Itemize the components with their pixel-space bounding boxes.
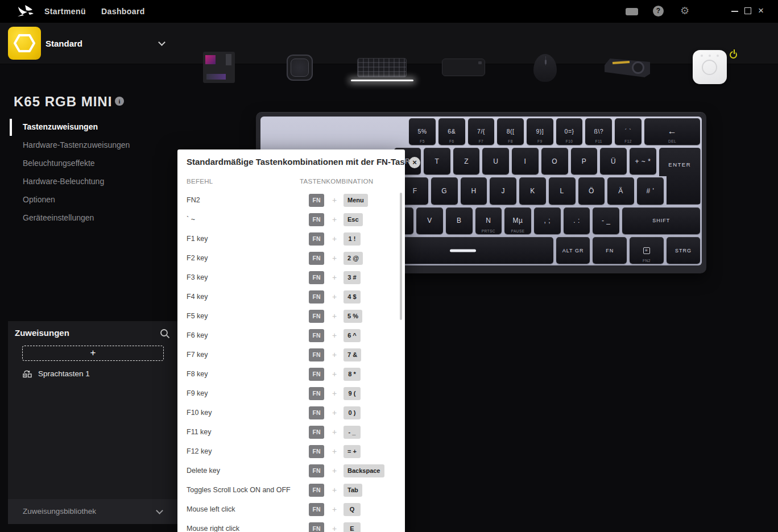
help-icon[interactable]: ? [653, 6, 664, 16]
shortcut-row: F5 key FN + 5 % [177, 306, 405, 326]
power-icon[interactable] [730, 51, 737, 59]
shortcut-row: Mouse left click FN + Q [177, 500, 405, 519]
window-minimize-button[interactable] [731, 11, 738, 12]
nav-dashboard[interactable]: Dashboard [101, 0, 145, 23]
fn-shortcuts-modal: Standardmäßige Tastenkombinationen mit d… [177, 149, 405, 532]
keycap[interactable]: T [424, 148, 450, 174]
keyboard-icon[interactable] [357, 58, 407, 77]
keycap[interactable]: SHIFT [622, 207, 700, 234]
nav-startmenu[interactable]: Startmenü [44, 0, 86, 23]
keycap[interactable]: Ä [607, 177, 634, 204]
keycap[interactable]: O [541, 148, 568, 174]
keycap[interactable]: V [416, 207, 443, 234]
command-label: F10 key [187, 409, 212, 417]
sidebar-menu-item[interactable]: Beleuchtungseffekte [0, 154, 178, 172]
keycap[interactable]: U [482, 148, 509, 174]
keycap[interactable]: 9)]F9 [527, 118, 553, 145]
profile-icon[interactable] [8, 27, 41, 60]
mouse-icon[interactable] [533, 54, 557, 82]
keycap[interactable]: Z [453, 148, 480, 174]
keycap[interactable]: Ü [600, 148, 627, 174]
combo-key-badge: Tab [344, 484, 362, 497]
keycap[interactable]: H [461, 177, 487, 204]
keycap[interactable]: NPRTSC [475, 207, 502, 234]
aio-cooler-icon[interactable] [287, 55, 313, 81]
fn-key-badge: FN [309, 522, 324, 532]
sidebar-menu-item[interactable]: Optionen [0, 190, 178, 209]
keycap[interactable]: 6&F6 [438, 118, 465, 145]
info-icon[interactable]: i [115, 97, 124, 106]
modal-scrollbar-thumb[interactable] [400, 193, 402, 320]
modal-close-icon[interactable]: × [409, 157, 420, 168]
fn-key-badge: FN [309, 484, 324, 497]
keycap[interactable]: ß\?F11 [585, 118, 612, 145]
profile-name[interactable]: Standard [45, 23, 82, 64]
command-label: F12 key [187, 447, 212, 455]
fn-key-badge: FN [309, 290, 324, 304]
profile-chevron-down-icon[interactable] [158, 39, 165, 46]
command-label: ` ~ [187, 215, 195, 223]
device-bar: Standard [0, 23, 778, 64]
sidebar-menu-item[interactable]: Hardware-Tastenzuweisungen [0, 136, 178, 154]
keycap[interactable]: 7/{F7 [468, 118, 495, 145]
command-label: F7 key [187, 351, 208, 359]
sidebar-menu-item[interactable]: Geräteeinstellungen [0, 209, 178, 227]
shortcut-row: F10 key FN + 0 ) [177, 403, 405, 422]
shortcut-row: F8 key FN + 8 * [177, 364, 405, 384]
keycap[interactable]: G [431, 177, 458, 204]
fn-key-badge: FN [309, 426, 324, 439]
sidebar-menu-item[interactable]: Tastenzuweisungen [0, 118, 178, 136]
keycap[interactable]: J [490, 177, 516, 204]
keycap[interactable]: - _ [593, 207, 619, 234]
window-close-button[interactable]: × [758, 5, 769, 16]
keycap[interactable]: ≡FN2 [630, 237, 664, 264]
keycap[interactable]: Ö [578, 177, 605, 204]
keycap[interactable]: # ' [637, 177, 664, 204]
keycap[interactable]: ←DEL [644, 118, 700, 145]
command-label: F6 key [187, 331, 208, 339]
command-label: Delete key [187, 467, 220, 475]
keycap[interactable]: STRG [667, 237, 701, 264]
keycap[interactable]: L [549, 177, 576, 204]
shortcut-row: F2 key FN + 2 @ [177, 248, 405, 268]
command-label: F5 key [187, 312, 208, 320]
screen-layout-icon[interactable] [626, 8, 638, 15]
assignment-list-item[interactable]: Sprachtasten 1 [22, 368, 90, 379]
keycap[interactable]: ALT GR [556, 237, 590, 264]
combo-key-badge: Q [344, 503, 361, 516]
keycap[interactable]: MµPAUSE [504, 207, 531, 234]
keycap[interactable]: K [519, 177, 546, 204]
add-assignment-button[interactable]: + [22, 346, 164, 361]
keycap[interactable]: + ~ * [630, 148, 656, 174]
plus-sign: + [329, 348, 340, 361]
keycap[interactable]: 0=}F10 [556, 118, 583, 145]
plus-sign: + [329, 252, 340, 265]
hue-bridge-icon[interactable] [693, 50, 727, 84]
combo-key-badge: 6 ^ [344, 329, 361, 342]
keycap[interactable]: , ; [534, 207, 561, 234]
plus-sign: + [329, 290, 340, 304]
mousepad-icon[interactable] [442, 59, 485, 76]
keycap[interactable]: B [446, 207, 473, 234]
search-icon[interactable] [160, 329, 170, 339]
keycap[interactable]: 5%F5 [409, 118, 436, 145]
window-maximize-button[interactable] [744, 7, 751, 14]
keycap[interactable]: FN [593, 237, 627, 264]
plus-sign: + [329, 194, 340, 207]
keycap[interactable]: I [512, 148, 539, 174]
shortcut-row: Toggles Scroll Lock ON and OFF FN + Tab [177, 480, 405, 500]
keycap[interactable]: F [402, 177, 428, 204]
keycap[interactable]: ´ `F12 [615, 118, 642, 145]
combo-key-badge: Menu [344, 194, 368, 207]
keycap[interactable]: P [571, 148, 598, 174]
keycap[interactable]: . : [564, 207, 590, 234]
shortcut-row: ` ~ FN + Esc [177, 210, 405, 229]
shortcut-row: Delete key FN + Backspace [177, 461, 405, 480]
motherboard-icon[interactable] [203, 52, 235, 83]
settings-gear-icon[interactable]: ⚙ [680, 5, 692, 16]
sidebar-menu-item[interactable]: Hardware-Beleuchtung [0, 172, 178, 190]
keycap[interactable]: 8([F8 [497, 118, 524, 145]
assignment-library-bar[interactable]: Zuweisungsbibliothek [8, 499, 178, 524]
main-content: 5%F56&F67/{F78([F89)]F90=}F10ß\?F11´ `F1… [0, 64, 778, 532]
command-label: F11 key [187, 428, 212, 436]
